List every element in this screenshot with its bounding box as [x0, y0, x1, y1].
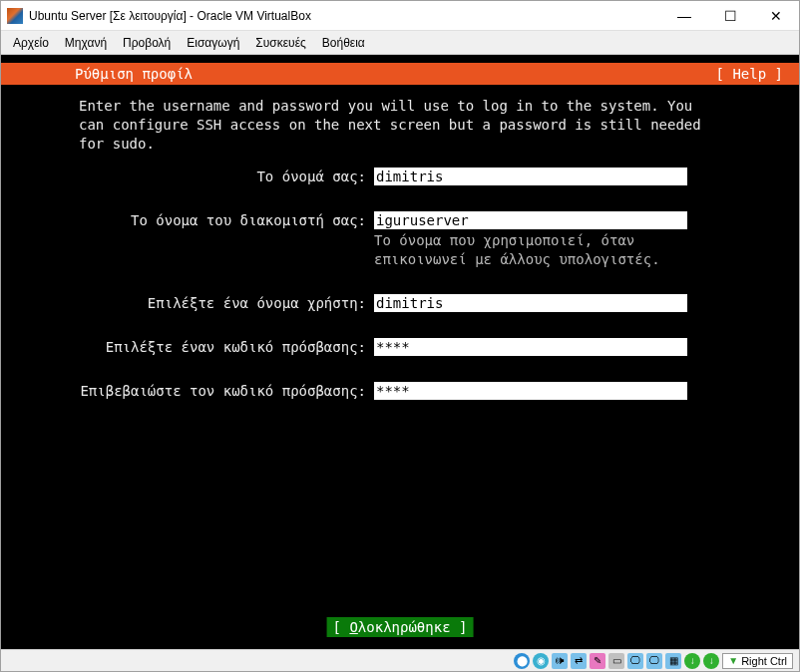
- installer-instructions: Enter the username and password you will…: [1, 85, 713, 154]
- done-button[interactable]: [ Ολοκληρώθηκε ]: [327, 617, 474, 637]
- window-title: Ubuntu Server [Σε λειτουργία] - Oracle V…: [29, 9, 661, 23]
- username-input[interactable]: dimitris: [374, 294, 687, 312]
- network-icon[interactable]: ⇄: [571, 653, 587, 669]
- virtualbox-icon: [7, 8, 23, 24]
- vm-statusbar: ⬤ ◉ 🕪 ⇄ ✎ ▭ 🖵 🖵 ▦ ↓ ↓ ▼ Right Ctrl: [1, 649, 799, 671]
- display-icon[interactable]: 🖵: [627, 653, 643, 669]
- password-label: Επιλέξτε έναν κωδικό πρόσβασης:: [79, 338, 366, 356]
- password-input[interactable]: ****: [374, 338, 687, 356]
- menubar: Αρχείο Μηχανή Προβολή Εισαγωγή Συσκευές …: [1, 31, 799, 55]
- minimize-button[interactable]: —: [661, 1, 707, 31]
- window-controls: — ☐ ✕: [661, 1, 799, 31]
- menu-view[interactable]: Προβολή: [115, 33, 179, 53]
- confirm-password-input[interactable]: ****: [374, 382, 687, 400]
- your-name-label: Το όνομά σας:: [79, 168, 366, 185]
- window-titlebar: Ubuntu Server [Σε λειτουργία] - Oracle V…: [1, 1, 799, 31]
- installer-header-title: Ρύθμιση προφίλ: [75, 66, 193, 82]
- cpu-icon[interactable]: ▦: [665, 653, 681, 669]
- menu-devices[interactable]: Συσκευές: [247, 33, 313, 53]
- host-key-arrow-icon: ▼: [728, 655, 738, 666]
- menu-file[interactable]: Αρχείο: [5, 33, 57, 53]
- maximize-button[interactable]: ☐: [707, 1, 753, 31]
- keyboard-captured-icon[interactable]: ↓: [703, 653, 719, 669]
- audio-icon[interactable]: 🕪: [552, 653, 568, 669]
- done-label-text: λοκληρώθηκε: [358, 619, 451, 635]
- username-label: Επιλέξτε ένα όνομα χρήστη:: [79, 294, 366, 312]
- server-name-label: Το όνομα του διακομιστή σας:: [79, 211, 366, 285]
- installer-header-bar: Ρύθμιση προφίλ [ Help ]: [1, 63, 799, 85]
- confirm-password-label: Επιβεβαιώστε τον κωδικό πρόσβασης:: [79, 382, 366, 400]
- host-key-label: Right Ctrl: [741, 655, 787, 667]
- close-button[interactable]: ✕: [753, 1, 799, 31]
- optical-disk-icon[interactable]: ◉: [533, 653, 549, 669]
- profile-form: Το όνομά σας: dimitris Το όνομα του διακ…: [1, 168, 799, 401]
- server-name-hint: Το όνομα που χρησιμοποιεί, όταν επικοινω…: [374, 231, 703, 269]
- usb-icon[interactable]: ✎: [590, 653, 605, 669]
- help-button[interactable]: [ Help ]: [716, 66, 783, 82]
- shared-folders-icon[interactable]: ▭: [608, 653, 624, 669]
- menu-machine[interactable]: Μηχανή: [57, 33, 115, 53]
- recording-icon[interactable]: 🖵: [646, 653, 662, 669]
- hard-disk-icon[interactable]: ⬤: [514, 653, 530, 669]
- your-name-input[interactable]: dimitris: [374, 168, 687, 185]
- server-name-input[interactable]: iguruserver: [374, 211, 687, 229]
- vm-console[interactable]: Ρύθμιση προφίλ [ Help ] Enter the userna…: [1, 55, 799, 649]
- menu-help[interactable]: Βοήθεια: [314, 33, 373, 53]
- menu-input[interactable]: Εισαγωγή: [179, 33, 247, 53]
- host-key-indicator[interactable]: ▼ Right Ctrl: [722, 653, 793, 669]
- mouse-integration-icon[interactable]: ↓: [684, 653, 700, 669]
